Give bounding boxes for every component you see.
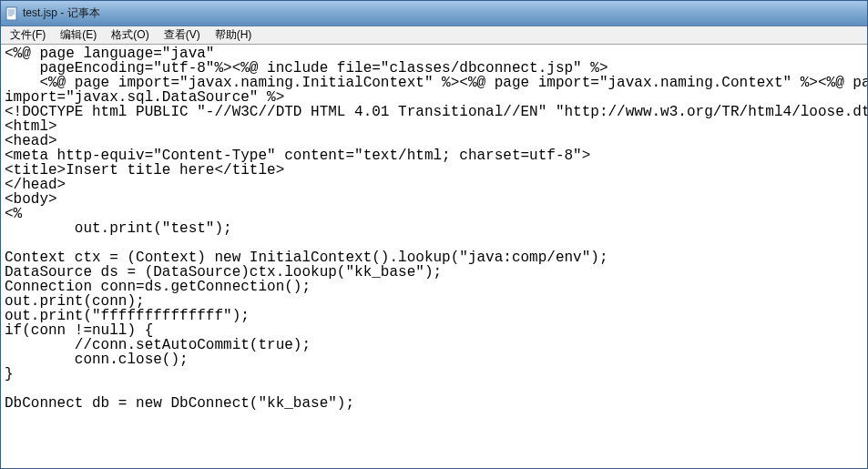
menu-edit[interactable]: 编辑(E) (53, 25, 104, 45)
menu-file[interactable]: 文件(F) (3, 25, 53, 45)
menu-view[interactable]: 查看(V) (157, 25, 208, 45)
window-title: test.jsp - 记事本 (23, 5, 100, 21)
menu-format[interactable]: 格式(O) (104, 25, 156, 45)
menu-help[interactable]: 帮助(H) (208, 25, 260, 45)
editor-textarea[interactable]: <%@ page language="java" pageEncoding="u… (1, 45, 867, 468)
notepad-icon (5, 6, 19, 21)
menubar: 文件(F) 编辑(E) 格式(O) 查看(V) 帮助(H) (1, 26, 867, 45)
titlebar: test.jsp - 记事本 (1, 1, 867, 26)
